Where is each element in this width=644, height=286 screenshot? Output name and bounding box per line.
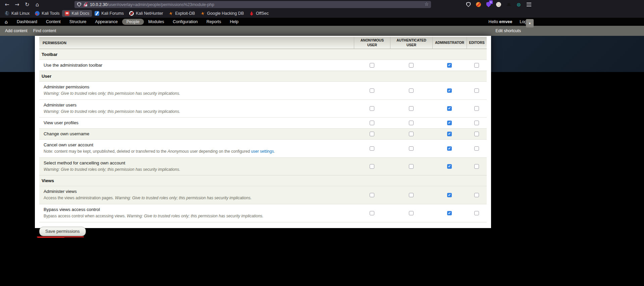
unchecked-checkbox[interactable] [474, 121, 479, 125]
privacy-shield-icon[interactable] [466, 2, 471, 7]
checked-checkbox[interactable]: ✔ [447, 63, 452, 68]
admin-menu-reports[interactable]: Reports [202, 19, 226, 25]
unchecked-checkbox[interactable] [474, 132, 479, 136]
bookmark-google-hacking-db[interactable]: Google Hacking DB [198, 10, 247, 17]
bookmark-kali-tools[interactable]: Kali Tools [32, 10, 62, 17]
back-icon[interactable]: ← [3, 0, 11, 9]
permission-row: Bypass views access controlBypass access… [39, 204, 487, 222]
admin-menu-help[interactable]: Help [225, 19, 243, 25]
unchecked-checkbox[interactable] [370, 146, 374, 151]
section-header-row: Toolbar [39, 49, 487, 60]
description-warning: Warning: Give to trusted roles only; thi… [44, 109, 180, 114]
unchecked-checkbox[interactable] [370, 63, 374, 68]
checked-checkbox[interactable]: ✔ [447, 132, 452, 136]
description-warning: Warning: Give to trusted roles only; thi… [115, 196, 252, 200]
disabled-fox-icon[interactable] [476, 2, 481, 7]
proxy-toggle-icon[interactable]: ⊙ [516, 2, 522, 7]
table-header-row: PERMISSIONANONYMOUS USERAUTHENTICATED US… [39, 37, 487, 49]
unchecked-checkbox[interactable] [474, 164, 479, 169]
unchecked-checkbox[interactable] [409, 121, 414, 125]
unchecked-checkbox[interactable] [409, 211, 414, 216]
checkbox-cell [390, 100, 432, 118]
checkbox-cell [354, 60, 390, 71]
bookmark-kali-forums[interactable]: Kali Forums [92, 10, 126, 17]
unchecked-checkbox[interactable] [409, 88, 414, 93]
checked-checkbox[interactable]: ✔ [447, 164, 452, 169]
section-header-row: Views [39, 175, 487, 186]
section-spacer-cell [354, 71, 390, 81]
unchecked-checkbox[interactable] [409, 146, 414, 151]
reload-icon[interactable]: ↻ [23, 0, 32, 9]
unchecked-checkbox[interactable] [474, 193, 479, 198]
hat-proxy-icon[interactable] [506, 2, 512, 7]
checked-checkbox[interactable]: ✔ [447, 193, 452, 198]
bookmark-kali-dragon[interactable]: Kali Linux [2, 10, 32, 17]
unchecked-checkbox[interactable] [370, 88, 374, 93]
checkbox-cell [390, 204, 432, 222]
user-settings-link[interactable]: user settings [251, 149, 274, 154]
admin-menu-people[interactable]: People [122, 19, 144, 25]
permissions-table: PERMISSIONANONYMOUS USERAUTHENTICATED US… [39, 37, 487, 222]
unchecked-checkbox[interactable] [409, 63, 414, 68]
checked-checkbox[interactable]: ✔ [447, 88, 452, 93]
checked-checkbox[interactable]: ✔ [447, 146, 452, 151]
shortcut-find-content[interactable]: Find content [33, 28, 56, 33]
description-warning: Warning: Give to trusted roles only; thi… [44, 167, 180, 172]
checked-checkbox[interactable]: ✔ [447, 121, 452, 125]
unchecked-checkbox[interactable] [474, 88, 479, 93]
checked-checkbox[interactable]: ✔ [447, 211, 452, 216]
admin-menu-content[interactable]: Content [42, 19, 65, 25]
permission-row: Administer permissionsWarning: Give to t… [39, 81, 487, 99]
edit-shortcuts-link[interactable]: Edit shortcuts [495, 28, 521, 33]
checkbox-cell [354, 82, 390, 99]
bookmark-kali-docs[interactable]: Kali Docs [62, 10, 92, 17]
permission-row: Administer viewsAccess the views adminis… [39, 186, 487, 204]
shortcuts-bar: Add contentFind content Edit shortcuts [0, 26, 644, 36]
bookmark-label: Kali Docs [71, 11, 89, 16]
checkbox-cell [390, 158, 432, 175]
unchecked-checkbox[interactable] [370, 164, 374, 169]
section-spacer-cell [390, 49, 432, 60]
checkbox-cell [354, 118, 390, 128]
unchecked-checkbox[interactable] [474, 106, 479, 111]
admin-menu-configuration[interactable]: Configuration [168, 19, 202, 25]
unchecked-checkbox[interactable] [370, 132, 374, 136]
description-warning: Warning: Give to trusted roles only; thi… [44, 91, 180, 96]
unchecked-checkbox[interactable] [474, 63, 479, 68]
bookmark-exploit-db[interactable]: Exploit-DB [166, 10, 198, 17]
home-icon[interactable]: ⌂ [33, 0, 42, 9]
unchecked-checkbox[interactable] [409, 164, 414, 169]
bookmark-label: Google Hacking DB [207, 11, 244, 16]
shortcut-add-content[interactable]: Add content [5, 28, 28, 33]
purple-shield-icon[interactable]: 6 [486, 2, 491, 7]
admin-menu-structure[interactable]: Structure [65, 19, 91, 25]
description-warning: Anonymous [168, 149, 189, 154]
bookmark-label: Kali NetHunter [136, 11, 163, 16]
checked-checkbox[interactable]: ✔ [447, 106, 452, 111]
tracking-protection-shield-icon[interactable] [77, 2, 81, 7]
admin-menu-appearance[interactable]: Appearance [91, 19, 122, 25]
checkbox-cell [390, 129, 432, 139]
unchecked-checkbox[interactable] [370, 121, 374, 125]
bookmark-star-icon[interactable]: ☆ [424, 1, 429, 7]
drupal-home-icon[interactable]: ⌂ [5, 19, 8, 24]
forward-icon[interactable]: → [13, 0, 21, 9]
cookie-icon[interactable] [496, 2, 501, 7]
toolbar-toggle-button[interactable]: ▾ [526, 19, 534, 27]
unchecked-checkbox[interactable] [370, 106, 374, 111]
unchecked-checkbox[interactable] [370, 193, 374, 198]
insecure-lock-icon[interactable] [84, 2, 88, 7]
admin-menu-dashboard[interactable]: Dashboard [12, 19, 42, 25]
bookmark-kali-nethunter[interactable]: Kali NetHunter [126, 10, 166, 17]
unchecked-checkbox[interactable] [370, 211, 374, 216]
save-permissions-button[interactable]: Save permissions [39, 227, 86, 236]
unchecked-checkbox[interactable] [474, 146, 479, 151]
menu-icon[interactable] [526, 2, 532, 7]
unchecked-checkbox[interactable] [474, 211, 479, 216]
unchecked-checkbox[interactable] [409, 132, 414, 136]
url-bar[interactable]: 10.0.2.30/user#overlay=admin/people/perm… [74, 1, 431, 8]
unchecked-checkbox[interactable] [409, 193, 414, 198]
unchecked-checkbox[interactable] [409, 106, 414, 111]
admin-menu-modules[interactable]: Modules [144, 19, 168, 25]
bookmark-offsec[interactable]: OffSec [247, 10, 271, 17]
